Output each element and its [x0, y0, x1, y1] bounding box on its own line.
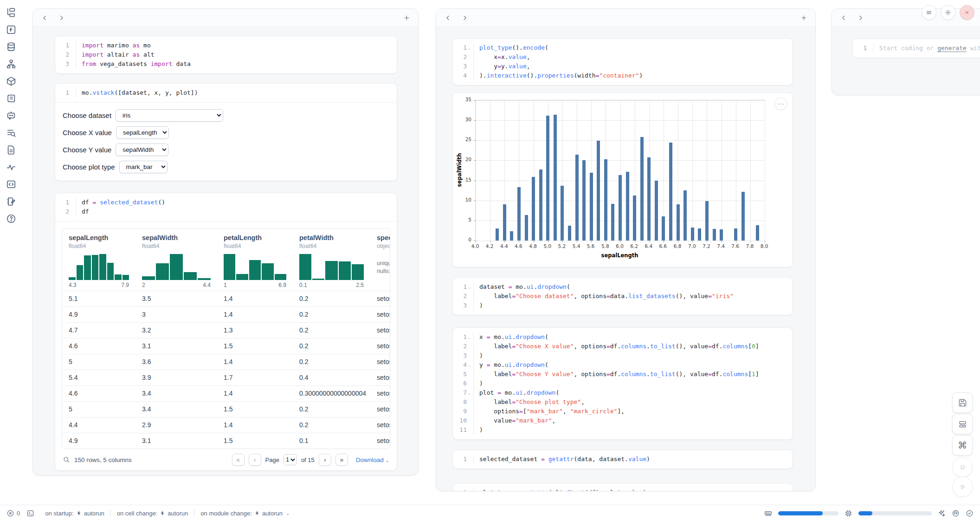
- notebook-column-3: 1Start coding or generate with: [832, 8, 980, 95]
- sidebar-tracing-icon[interactable]: [6, 162, 16, 172]
- shortcuts-button[interactable]: ⌘: [952, 435, 973, 456]
- sidebar-file-explorer-icon[interactable]: [6, 7, 16, 18]
- dataframe-output: sepalLengthfloat64 4.37.9 sepalWidthfloa…: [55, 221, 397, 470]
- table-row[interactable]: 5.43.91.70.4setosa: [62, 370, 390, 385]
- chart-bar: [532, 177, 535, 241]
- plot-type-select[interactable]: mark_bar: [119, 161, 168, 173]
- chart-bar: [741, 192, 745, 241]
- copilot-icon[interactable]: [952, 509, 960, 517]
- column-toolbar: [33, 9, 418, 27]
- page-select[interactable]: 1: [284, 454, 297, 465]
- prev-page-button[interactable]: ‹: [249, 454, 261, 466]
- code-editor[interactable]: dataset = mo.ui.dropdown( label="Choose …: [474, 282, 793, 310]
- sidebar-notebook-icon[interactable]: [6, 196, 16, 207]
- notebook-column-1: 123import marimo as moimport altair as a…: [32, 8, 419, 475]
- add-cell-icon[interactable]: [799, 13, 809, 23]
- settings-button[interactable]: [941, 5, 955, 20]
- chart-bar: [575, 155, 579, 241]
- sidebar-packages-icon[interactable]: [6, 76, 16, 86]
- table-row[interactable]: 5.13.51.40.2setosa: [62, 291, 390, 306]
- table-row[interactable]: 53.61.40.2setosa: [62, 354, 390, 370]
- chart-bar: [539, 169, 542, 241]
- run-button[interactable]: [952, 476, 973, 497]
- sidebar-ai-chat-icon[interactable]: [6, 111, 16, 121]
- first-page-button[interactable]: «: [232, 454, 245, 466]
- chart-bar: [503, 204, 506, 241]
- close-button[interactable]: [960, 5, 974, 20]
- chart-menu-button[interactable]: ⋯: [774, 98, 787, 110]
- sidebar-logs-icon[interactable]: [6, 128, 16, 138]
- code-editor[interactable]: plot_type = getattr(alt.Chart(df), plot.…: [474, 488, 793, 491]
- save-button[interactable]: [952, 392, 973, 413]
- play-icon: [958, 482, 967, 491]
- table-row[interactable]: 53.41.50.2setosa: [62, 401, 390, 417]
- chart-bar: [705, 201, 709, 241]
- chart-bar: [561, 186, 564, 241]
- line-numbers: 1⌄234⌄567⌄891011: [453, 332, 474, 435]
- chart-bar: [546, 116, 549, 241]
- sidebar-documentation-icon[interactable]: [6, 145, 16, 155]
- table-row[interactable]: 4.63.11.50.2setosa: [62, 338, 390, 354]
- errors-icon[interactable]: [6, 509, 14, 517]
- sidebar-dependency-graph-icon[interactable]: [6, 59, 16, 69]
- search-icon[interactable]: [63, 456, 70, 463]
- column-histogram: [299, 254, 364, 280]
- menu-button[interactable]: [922, 5, 936, 20]
- status-on-startup[interactable]: on startup: autorun: [39, 510, 110, 517]
- command-icon: ⌘: [958, 441, 967, 450]
- sidebar-snippets-icon[interactable]: [6, 179, 16, 189]
- code-editor[interactable]: Start coding or generate with: [874, 44, 980, 53]
- sidebar-help-icon[interactable]: [6, 214, 16, 224]
- table-footer: 150 rows, 5 columns « ‹ Page 1 of 15 › »…: [62, 449, 390, 470]
- chart-bar: [496, 228, 499, 241]
- column-left-icon[interactable]: [838, 13, 849, 23]
- chart-bar: [734, 228, 737, 241]
- code-editor[interactable]: selected_dataset = getattr(data, dataset…: [474, 455, 793, 464]
- y-value-select[interactable]: sepalWidth: [116, 143, 168, 156]
- stop-button[interactable]: [952, 457, 973, 477]
- download-button[interactable]: Download ⌄: [356, 456, 389, 463]
- ram-icon: [764, 509, 772, 517]
- code-editor[interactable]: df = selected_dataset()df: [76, 198, 397, 216]
- chart-plot-area[interactable]: [475, 100, 765, 241]
- chart-bar: [756, 225, 759, 241]
- dataset-select[interactable]: iris: [116, 109, 223, 122]
- column-header-sepalLength: sepalLengthfloat64 4.37.9: [62, 228, 135, 291]
- column-left-icon[interactable]: [443, 13, 453, 23]
- add-cell-icon[interactable]: [401, 13, 412, 23]
- code-editor[interactable]: mo.vstack([dataset, x, y, plot]): [76, 88, 397, 98]
- next-page-button[interactable]: ›: [319, 454, 331, 466]
- layout-icon: [958, 420, 967, 429]
- code-editor[interactable]: plot_type().encode( x=x.value, y=y.value…: [474, 43, 793, 80]
- ai-sparkle-icon[interactable]: [938, 509, 946, 517]
- column-right-icon[interactable]: [855, 13, 865, 23]
- table-row[interactable]: 4.93.11.50.1setosa: [62, 433, 390, 449]
- chart-bar: [611, 204, 614, 241]
- window-controls: [922, 5, 974, 20]
- table-row[interactable]: 4.63.41.40.30000000000000004setosa: [62, 385, 390, 401]
- column-right-icon[interactable]: [56, 13, 66, 23]
- chart-bar: [713, 229, 716, 241]
- x-icon: [964, 9, 970, 16]
- layout-button[interactable]: [952, 414, 973, 434]
- status-on-cell-change[interactable]: on cell change: autorun: [110, 510, 194, 517]
- column-histogram: [224, 254, 286, 280]
- sidebar-functions-icon[interactable]: [6, 25, 16, 35]
- table-row[interactable]: 4.73.21.30.2setosa: [62, 322, 390, 338]
- code-editor[interactable]: import marimo as moimport altair as altf…: [76, 41, 397, 69]
- column-right-icon[interactable]: [459, 13, 470, 23]
- table-row[interactable]: 4.42.91.40.2setosa: [62, 417, 390, 433]
- chart-bar: [669, 143, 672, 241]
- sidebar-scratchpad-icon[interactable]: [6, 93, 16, 104]
- last-page-button[interactable]: »: [335, 454, 348, 466]
- status-on-module-change[interactable]: on module change: autorun⌄: [194, 510, 296, 517]
- dropdown-label: Choose Y value: [63, 146, 111, 154]
- sidebar-datasources-icon[interactable]: [6, 42, 16, 52]
- autosave-status-icon[interactable]: [966, 509, 974, 517]
- x-axis-title: sepalLength: [475, 252, 764, 259]
- x-value-select[interactable]: sepalLength: [116, 126, 169, 139]
- code-editor[interactable]: x = mo.ui.dropdown( label="Choose X valu…: [474, 332, 793, 435]
- table-row[interactable]: 4.931.40.2setosa: [62, 306, 390, 322]
- column-left-icon[interactable]: [39, 13, 50, 23]
- terminal-icon[interactable]: [26, 509, 34, 517]
